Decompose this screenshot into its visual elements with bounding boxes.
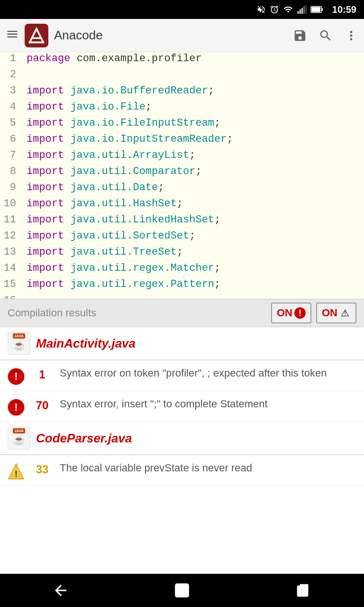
error-icon-2: ! bbox=[8, 399, 25, 416]
save-icon[interactable] bbox=[293, 28, 307, 43]
svg-rect-16 bbox=[176, 584, 189, 597]
warning-icon-badge: ⚠ bbox=[339, 307, 351, 319]
status-icons: 10:59 bbox=[256, 4, 356, 15]
code-line-14: 14 import java.util.regex.Matcher; bbox=[0, 262, 364, 278]
app-bar: Anacode bbox=[0, 19, 364, 52]
warning-message-1: The local variable prevState is never re… bbox=[60, 461, 356, 476]
error-message-2: Syntax error, insert ";" to complete Sta… bbox=[60, 397, 356, 412]
svg-rect-1 bbox=[300, 9, 301, 14]
compilation-title: Compilation results bbox=[8, 307, 266, 319]
svg-rect-6 bbox=[311, 7, 320, 12]
code-line-12: 12 import java.util.SortedSet; bbox=[0, 230, 364, 246]
errors-toggle-label: ON bbox=[277, 307, 292, 319]
error-row-2[interactable]: ! 70 Syntax error, insert ";" to complet… bbox=[0, 391, 364, 422]
code-line-15: 15 import java.util.regex.Pattern; bbox=[0, 278, 364, 294]
code-line-4: 4 import java.io.File; bbox=[0, 101, 364, 117]
file-name-codeparser: CodeParser.java bbox=[36, 431, 132, 446]
more-options-icon[interactable] bbox=[344, 28, 358, 43]
file-name-mainactivity: MainActivity.java bbox=[36, 336, 136, 351]
hamburger-menu[interactable] bbox=[6, 28, 19, 44]
errors-toggle-button[interactable]: ON ! bbox=[271, 303, 311, 323]
code-editor: 1 package com.example.profiler 2 3 impor… bbox=[0, 52, 364, 299]
battery-icon bbox=[310, 5, 324, 14]
results-list[interactable]: JAVA ☕ MainActivity.java ! 1 Syntax erro… bbox=[0, 327, 364, 574]
error-line-num-1: 1 bbox=[30, 366, 54, 381]
code-line-2: 2 bbox=[0, 68, 364, 84]
error-icon-1: ! bbox=[8, 368, 25, 385]
warning-line-num-1: 33 bbox=[30, 461, 54, 476]
wifi-icon bbox=[283, 5, 293, 14]
back-button[interactable] bbox=[46, 576, 75, 605]
warning-row-1[interactable]: ! 33 The local variable prevState is nev… bbox=[0, 455, 364, 486]
code-line-9: 9 import java.util.Date; bbox=[0, 181, 364, 197]
code-content[interactable]: 1 package com.example.profiler 2 3 impor… bbox=[0, 52, 364, 299]
signal-icon bbox=[297, 5, 307, 14]
error-message-1: Syntax error on token "profiler", ; expe… bbox=[60, 366, 356, 381]
home-button[interactable] bbox=[168, 576, 196, 605]
code-line-16: 16 bbox=[0, 294, 364, 299]
app-title: Anacode bbox=[54, 28, 293, 43]
nav-bar bbox=[0, 574, 364, 607]
svg-text:!: ! bbox=[15, 469, 18, 479]
code-line-11: 11 import java.util.LinkedHashSet; bbox=[0, 213, 364, 230]
app-logo bbox=[25, 24, 48, 47]
java-icon-mainactivity: JAVA ☕ bbox=[8, 332, 30, 355]
file-header-mainactivity[interactable]: JAVA ☕ MainActivity.java bbox=[0, 327, 364, 360]
svg-rect-2 bbox=[301, 8, 303, 14]
recents-button[interactable] bbox=[289, 576, 318, 605]
file-header-codeparser[interactable]: JAVA ☕ CodeParser.java bbox=[0, 422, 364, 455]
code-line-1: 1 package com.example.profiler bbox=[0, 52, 364, 68]
code-line-5: 5 import java.io.FileInputStream; bbox=[0, 117, 364, 133]
code-line-3: 3 import java.io.BufferedReader; bbox=[0, 84, 364, 101]
svg-text:!: ! bbox=[14, 370, 18, 382]
code-line-13: 13 import java.util.TreeSet; bbox=[0, 246, 364, 262]
status-time: 10:59 bbox=[332, 4, 356, 15]
svg-rect-7 bbox=[321, 8, 323, 11]
error-line-num-2: 70 bbox=[30, 397, 54, 412]
search-icon[interactable] bbox=[318, 28, 333, 43]
toolbar-icons bbox=[293, 28, 358, 43]
svg-rect-4 bbox=[305, 5, 307, 14]
code-line-6: 6 import java.io.InputStreamReader; bbox=[0, 133, 364, 149]
mute-icon bbox=[256, 5, 266, 14]
svg-rect-3 bbox=[303, 6, 305, 14]
code-line-7: 7 import java.util.ArrayList; bbox=[0, 149, 364, 165]
alarm-icon bbox=[270, 5, 279, 14]
warning-icon-1: ! bbox=[8, 463, 25, 480]
compilation-bar: Compilation results ON ! ON ⚠ bbox=[0, 299, 364, 327]
code-line-10: 10 import java.util.HashSet; bbox=[0, 197, 364, 213]
status-bar: 10:59 bbox=[0, 0, 364, 19]
error-icon-badge: ! bbox=[294, 307, 306, 319]
java-icon-codeparser: JAVA ☕ bbox=[8, 427, 30, 450]
warnings-toggle-label: ON bbox=[322, 307, 337, 319]
svg-rect-0 bbox=[298, 11, 299, 14]
svg-marker-8 bbox=[30, 28, 44, 42]
code-line-8: 8 import java.util.Comparator; bbox=[0, 165, 364, 181]
warnings-toggle-button[interactable]: ON ⚠ bbox=[316, 303, 356, 323]
error-row-1[interactable]: ! 1 Syntax error on token "profiler", ; … bbox=[0, 360, 364, 391]
svg-text:!: ! bbox=[14, 401, 18, 413]
